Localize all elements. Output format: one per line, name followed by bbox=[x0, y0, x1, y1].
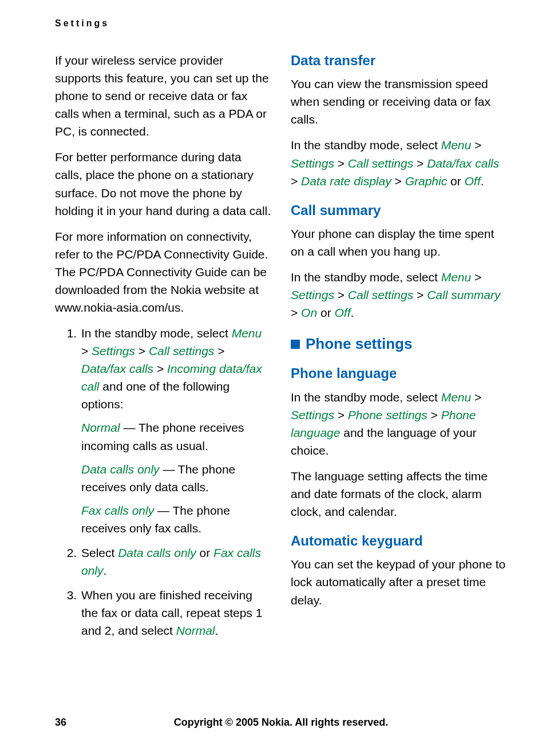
menu-path-item: Menu bbox=[441, 391, 472, 404]
running-head: Settings bbox=[55, 18, 507, 29]
menu-path-item: Call settings bbox=[348, 288, 413, 301]
paragraph: The language setting affects the time an… bbox=[291, 467, 507, 520]
square-bullet-icon bbox=[291, 340, 300, 349]
separator: > bbox=[391, 174, 405, 188]
ui-term: Off bbox=[465, 174, 481, 188]
separator: > bbox=[291, 306, 301, 319]
paragraph: Your phone can display the time spent on… bbox=[291, 225, 507, 260]
ui-term: Normal bbox=[81, 421, 120, 434]
separator: > bbox=[334, 157, 348, 170]
paragraph: You can view the transmission speed when… bbox=[291, 75, 507, 128]
ui-term: Off bbox=[334, 306, 350, 319]
heading-data-transfer: Data transfer bbox=[291, 51, 507, 69]
text: . bbox=[104, 564, 107, 577]
text: Select bbox=[81, 546, 118, 559]
ui-term: Graphic bbox=[405, 174, 448, 188]
heading-call-summary: Call summary bbox=[291, 201, 507, 219]
separator: > bbox=[135, 344, 149, 357]
paragraph: In the standby mode, select Menu > Setti… bbox=[291, 388, 507, 459]
menu-path-item: Call summary bbox=[427, 288, 500, 301]
paragraph: If your wireless service provider suppor… bbox=[55, 51, 271, 140]
paragraph: In the standby mode, select Menu > Setti… bbox=[291, 136, 507, 189]
menu-path-item: Settings bbox=[291, 288, 334, 301]
ui-term: Fax calls only bbox=[81, 504, 154, 517]
two-column-layout: If your wireless service provider suppor… bbox=[55, 51, 507, 647]
separator: > bbox=[471, 391, 481, 404]
separator: > bbox=[471, 138, 481, 152]
section-title: Phone settings bbox=[306, 335, 412, 353]
menu-path-item: Call settings bbox=[348, 157, 413, 170]
page-number: 36 bbox=[55, 717, 147, 729]
ui-term: Data calls only bbox=[118, 546, 196, 559]
separator: > bbox=[214, 344, 224, 357]
list-item: In the standby mode, select Menu > Setti… bbox=[80, 324, 271, 537]
separator: > bbox=[413, 288, 427, 301]
separator: > bbox=[81, 344, 92, 357]
menu-path-item: Settings bbox=[291, 408, 334, 421]
paragraph: You can set the keypad of your phone to … bbox=[291, 555, 507, 608]
text: In the standby mode, select bbox=[291, 391, 441, 404]
option-item: Fax calls only — The phone receives only… bbox=[81, 502, 271, 537]
heading-automatic-keyguard: Automatic keyguard bbox=[291, 532, 507, 550]
text: In the standby mode, select bbox=[291, 270, 441, 284]
menu-path-item: Call settings bbox=[149, 344, 214, 357]
text: . bbox=[481, 174, 484, 188]
ordered-list: In the standby mode, select Menu > Setti… bbox=[55, 324, 271, 639]
text: . bbox=[350, 306, 354, 319]
separator: > bbox=[153, 362, 167, 375]
ui-term: On bbox=[301, 306, 317, 319]
menu-path-item: Data/fax calls bbox=[427, 157, 499, 170]
page: Settings If your wireless service provid… bbox=[0, 0, 546, 756]
copyright-text: Copyright © 2005 Nokia. All rights reser… bbox=[147, 717, 416, 729]
ui-term: Data calls only bbox=[81, 463, 160, 476]
separator: > bbox=[471, 270, 481, 284]
menu-path-item: Data rate display bbox=[301, 174, 391, 188]
option-item: Normal — The phone receives incoming cal… bbox=[81, 419, 271, 454]
text: When you are finished receiving the fax … bbox=[81, 588, 262, 637]
menu-path-item: Data/fax calls bbox=[81, 362, 153, 375]
separator: > bbox=[291, 174, 301, 188]
text: In the standby mode, select bbox=[291, 138, 441, 152]
text: In the standby mode, select bbox=[81, 327, 232, 340]
right-column: Data transfer You can view the transmiss… bbox=[291, 51, 507, 647]
heading-phone-language: Phone language bbox=[291, 364, 507, 382]
left-column: If your wireless service provider suppor… bbox=[55, 51, 271, 647]
paragraph: For more information on connectivity, re… bbox=[55, 228, 271, 316]
separator: > bbox=[413, 157, 427, 170]
list-item: Select Data calls only or Fax calls only… bbox=[80, 544, 271, 579]
text: or bbox=[447, 174, 464, 188]
menu-path-item: Settings bbox=[291, 157, 334, 170]
page-footer: 36 Copyright © 2005 Nokia. All rights re… bbox=[55, 717, 507, 729]
menu-path-item: Menu bbox=[441, 270, 472, 284]
list-item: When you are finished receiving the fax … bbox=[80, 586, 271, 639]
menu-path-item: Menu bbox=[232, 327, 262, 340]
menu-path-item: Settings bbox=[92, 344, 135, 357]
menu-path-item: Phone settings bbox=[348, 408, 428, 421]
separator: > bbox=[334, 408, 348, 421]
separator: > bbox=[428, 408, 441, 421]
separator: > bbox=[334, 288, 348, 301]
text: and one of the following options: bbox=[81, 380, 230, 411]
text: or bbox=[317, 306, 334, 319]
ui-term: Normal bbox=[176, 624, 215, 637]
text: . bbox=[215, 624, 218, 637]
paragraph: In the standby mode, select Menu > Setti… bbox=[291, 268, 507, 321]
option-item: Data calls only — The phone receives onl… bbox=[81, 460, 271, 496]
text: or bbox=[196, 546, 213, 559]
section-phone-settings: Phone settings bbox=[291, 335, 507, 353]
paragraph: For better performance during data calls… bbox=[55, 148, 271, 219]
menu-path-item: Menu bbox=[441, 138, 472, 152]
